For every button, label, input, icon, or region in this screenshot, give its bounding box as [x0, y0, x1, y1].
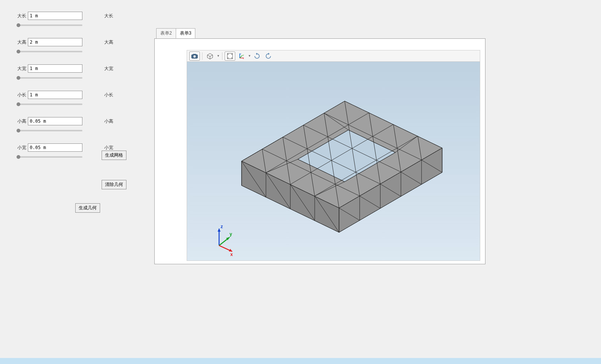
- label-small-length: 小长: [15, 92, 26, 98]
- slider-row-small-length: [17, 101, 82, 106]
- cube-view-icon[interactable]: [205, 52, 215, 61]
- label-big-height: 大高: [15, 39, 26, 46]
- label-big-length: 大长: [15, 13, 26, 19]
- toolbar-separator: [202, 52, 202, 60]
- tabs: 表单2 表单3: [156, 28, 485, 38]
- toolbar-separator: [222, 52, 222, 60]
- slider-big-length[interactable]: [17, 24, 82, 26]
- label-right-small-height: 小高: [104, 118, 113, 125]
- param-row-big-width: 大宽 大宽: [15, 64, 143, 73]
- input-small-height[interactable]: [28, 117, 82, 125]
- param-row-small-length: 小长 小长: [15, 90, 143, 99]
- svg-rect-1: [193, 54, 196, 55]
- axes-icon[interactable]: zyx: [236, 52, 246, 61]
- svg-text:x: x: [243, 57, 244, 59]
- slider-small-length[interactable]: [17, 104, 82, 105]
- input-small-length[interactable]: [28, 91, 82, 99]
- slider-row-small-width: [17, 154, 82, 159]
- svg-point-2: [193, 55, 196, 58]
- param-row-small-height: 小高 小高: [15, 117, 143, 126]
- generate-mesh-button[interactable]: 生成网格: [102, 151, 126, 160]
- label-right-small-width: 小宽: [104, 145, 113, 151]
- label-right-big-height: 大高: [104, 39, 113, 46]
- toolbar-3d: ▼ zyx ▼: [187, 50, 480, 62]
- label-small-height: 小高: [15, 118, 26, 125]
- slider-row-big-length: [17, 22, 82, 27]
- slider-big-height[interactable]: [17, 51, 82, 52]
- label-right-big-length: 大长: [104, 13, 113, 19]
- zoom-extents-icon[interactable]: [225, 52, 235, 61]
- label-right-small-length: 小长: [104, 92, 113, 98]
- slider-small-height[interactable]: [17, 130, 82, 131]
- param-row-big-length: 大长 大长: [15, 11, 143, 20]
- axis-y-label: y: [230, 231, 232, 237]
- label-big-width: 大宽: [15, 65, 26, 72]
- bottom-bar: [0, 358, 601, 364]
- generate-geometry-button[interactable]: 生成几何: [75, 203, 100, 213]
- axes-dropdown-icon[interactable]: ▼: [248, 54, 251, 58]
- slider-row-big-width: [17, 75, 82, 80]
- axis-z-label: z: [221, 224, 223, 229]
- viewer-inner: ▼ zyx ▼: [187, 50, 480, 261]
- cube-dropdown-icon[interactable]: ▼: [217, 54, 220, 58]
- mesh-viewport[interactable]: z y x: [187, 62, 480, 260]
- label-right-big-width: 大宽: [104, 65, 113, 72]
- param-row-big-height: 大高 大高: [15, 38, 143, 47]
- viewer-frame: ▼ zyx ▼: [154, 38, 485, 264]
- slider-row-small-height: [17, 127, 82, 133]
- label-small-width: 小宽: [15, 145, 26, 151]
- rotate-ccw-icon[interactable]: [263, 52, 274, 61]
- tab-form3[interactable]: 表单3: [176, 28, 196, 38]
- parameter-panel: 大长 大长 大高 大高 大宽 大宽 小长 小长 小高 小高 小宽 小宽: [15, 11, 143, 169]
- tab-form2[interactable]: 表单2: [156, 28, 176, 38]
- axis-triad: z y x: [218, 224, 233, 257]
- input-big-width[interactable]: [28, 64, 82, 73]
- rotate-cw-icon[interactable]: [252, 52, 262, 61]
- svg-text:y: y: [243, 54, 244, 56]
- screenshot-icon[interactable]: [189, 52, 200, 61]
- clear-geometry-button[interactable]: 清除几何: [102, 180, 126, 189]
- svg-marker-50: [218, 228, 221, 231]
- svg-line-6: [240, 55, 242, 58]
- input-big-length[interactable]: [28, 12, 82, 20]
- input-small-width[interactable]: [28, 143, 82, 152]
- viewer-wrapper: 表单2 表单3 ▼ zyx ▼: [154, 28, 485, 264]
- slider-small-width[interactable]: [17, 156, 82, 158]
- svg-text:z: z: [240, 53, 241, 55]
- slider-row-big-height: [17, 48, 82, 53]
- axis-x-label: x: [230, 252, 233, 257]
- input-big-height[interactable]: [28, 38, 82, 46]
- slider-big-width[interactable]: [17, 77, 82, 79]
